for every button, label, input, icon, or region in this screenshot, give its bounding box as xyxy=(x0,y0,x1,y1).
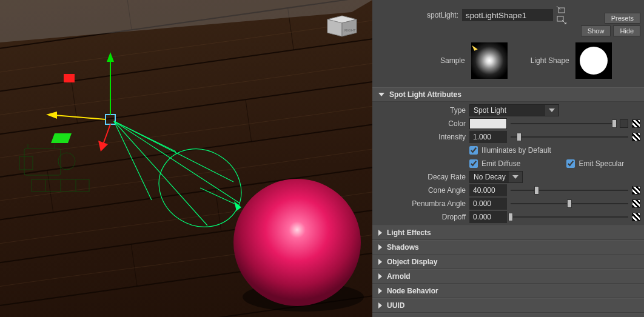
penumbra-map-icon[interactable] xyxy=(632,199,640,208)
chevron-right-icon xyxy=(378,244,382,250)
svg-text:RIGHT: RIGHT xyxy=(344,28,356,32)
object-label: spotLight: xyxy=(374,11,458,19)
section-arnold[interactable]: Arnold xyxy=(372,269,644,284)
select-in-icon[interactable] xyxy=(557,6,566,15)
intensity-label: Intensity xyxy=(376,133,466,141)
section-extra-attributes[interactable]: Extra Attributes xyxy=(372,313,644,317)
cone-angle-map-icon[interactable] xyxy=(632,186,640,195)
decay-label: Decay Rate xyxy=(376,173,466,181)
dropoff-slider[interactable] xyxy=(511,213,628,221)
illuminates-default-checkbox[interactable] xyxy=(469,146,478,155)
section-label: Light Effects xyxy=(387,229,431,237)
penumbra-slider[interactable] xyxy=(511,199,628,208)
intensity-input[interactable] xyxy=(469,131,507,143)
type-label: Type xyxy=(376,106,466,115)
cone-angle-slider[interactable] xyxy=(511,186,628,195)
type-select[interactable]: Spot Light xyxy=(469,104,559,116)
intensity-slider[interactable] xyxy=(511,133,628,141)
object-name-field[interactable] xyxy=(462,9,553,21)
sphere xyxy=(233,179,361,306)
chevron-down-icon xyxy=(378,93,384,96)
helper-cube: RIGHT xyxy=(327,16,357,36)
color-map-icon[interactable] xyxy=(632,119,640,128)
chevron-right-icon xyxy=(378,273,382,279)
dropoff-input[interactable] xyxy=(469,211,507,223)
attribute-editor: spotLight: Focus Presets Show Hide Sampl… xyxy=(372,0,644,317)
svg-rect-38 xyxy=(64,74,75,82)
chevron-right-icon xyxy=(378,288,382,294)
cone-angle-input[interactable] xyxy=(469,184,507,196)
chevron-right-icon xyxy=(378,259,382,265)
sample-label: Sample xyxy=(440,56,465,65)
illuminates-default-label[interactable]: Illuminates by Default xyxy=(481,146,551,155)
emit-specular-label[interactable]: Emit Specular xyxy=(579,159,624,168)
section-label: Node Behavior xyxy=(387,287,438,295)
chevron-right-icon xyxy=(378,302,382,309)
dropoff-map-icon[interactable] xyxy=(632,213,640,221)
hide-button[interactable]: Hide xyxy=(613,25,640,36)
color-slider[interactable] xyxy=(511,119,616,128)
section-label: Arnold xyxy=(387,272,411,281)
viewport[interactable]: RIGHT xyxy=(0,0,372,317)
cone-angle-label: Cone Angle xyxy=(376,186,466,195)
chevron-right-icon xyxy=(378,230,382,236)
penumbra-label: Penumbra Angle xyxy=(376,199,466,208)
intensity-map-icon[interactable] xyxy=(632,133,640,141)
emit-specular-checkbox[interactable] xyxy=(566,159,575,168)
color-label: Color xyxy=(376,119,466,128)
section-label: Object Display xyxy=(387,258,437,266)
select-out-icon[interactable] xyxy=(557,16,566,24)
dropoff-label: Dropoff xyxy=(376,213,466,221)
sample-swatch[interactable] xyxy=(471,42,508,79)
emit-diffuse-label[interactable]: Emit Diffuse xyxy=(481,159,520,168)
section-light-effects[interactable]: Light Effects xyxy=(372,225,644,240)
section-label: Shadows xyxy=(387,243,419,252)
section-uuid[interactable]: UUID xyxy=(372,298,644,313)
light-shape-swatch[interactable] xyxy=(575,42,612,79)
decay-select[interactable]: No Decay xyxy=(469,171,523,183)
light-shape-label: Light Shape xyxy=(531,56,569,65)
section-label: UUID xyxy=(387,301,404,310)
color-swatch[interactable] xyxy=(469,118,507,129)
pointer-arrow-icon xyxy=(472,44,478,51)
penumbra-input[interactable] xyxy=(469,198,507,210)
section-object-display[interactable]: Object Display xyxy=(372,255,644,269)
section-spot-light-attributes[interactable]: Spot Light Attributes xyxy=(372,87,644,102)
show-button[interactable]: Show xyxy=(581,25,611,36)
color-key-icon[interactable] xyxy=(620,119,628,128)
section-node-behavior[interactable]: Node Behavior xyxy=(372,284,644,298)
emit-diffuse-checkbox[interactable] xyxy=(469,159,478,168)
section-shadows[interactable]: Shadows xyxy=(372,240,644,255)
presets-button[interactable]: Presets xyxy=(605,13,640,24)
